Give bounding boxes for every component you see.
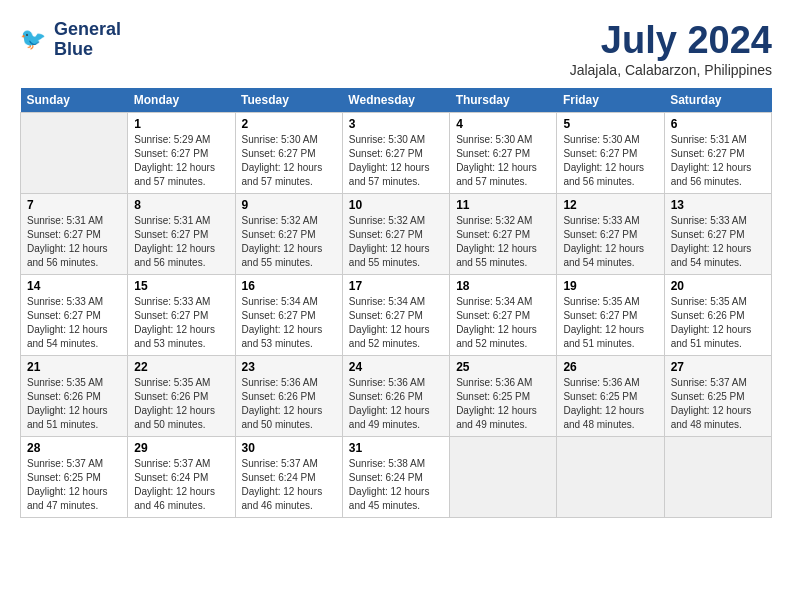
title-block: July 2024 Jalajala, Calabarzon, Philippi… [570,20,772,78]
day-info: Sunrise: 5:35 AM Sunset: 6:26 PM Dayligh… [134,376,228,432]
day-number: 24 [349,360,443,374]
calendar-cell: 10Sunrise: 5:32 AM Sunset: 6:27 PM Dayli… [342,193,449,274]
calendar-cell [450,436,557,517]
day-number: 29 [134,441,228,455]
day-info: Sunrise: 5:36 AM Sunset: 6:25 PM Dayligh… [456,376,550,432]
day-info: Sunrise: 5:37 AM Sunset: 6:25 PM Dayligh… [27,457,121,513]
month-title: July 2024 [570,20,772,62]
day-number: 17 [349,279,443,293]
day-number: 1 [134,117,228,131]
calendar-week-row: 21Sunrise: 5:35 AM Sunset: 6:26 PM Dayli… [21,355,772,436]
day-number: 21 [27,360,121,374]
calendar-cell: 30Sunrise: 5:37 AM Sunset: 6:24 PM Dayli… [235,436,342,517]
day-info: Sunrise: 5:33 AM Sunset: 6:27 PM Dayligh… [134,295,228,351]
calendar-cell: 13Sunrise: 5:33 AM Sunset: 6:27 PM Dayli… [664,193,771,274]
day-number: 27 [671,360,765,374]
weekday-header: Thursday [450,88,557,113]
logo-icon: 🐦 [20,25,50,55]
day-info: Sunrise: 5:31 AM Sunset: 6:27 PM Dayligh… [671,133,765,189]
day-number: 5 [563,117,657,131]
weekday-header: Friday [557,88,664,113]
day-number: 8 [134,198,228,212]
calendar-cell: 31Sunrise: 5:38 AM Sunset: 6:24 PM Dayli… [342,436,449,517]
day-number: 14 [27,279,121,293]
logo: 🐦 General Blue [20,20,121,60]
calendar-cell: 2Sunrise: 5:30 AM Sunset: 6:27 PM Daylig… [235,112,342,193]
weekday-header: Sunday [21,88,128,113]
weekday-header: Tuesday [235,88,342,113]
calendar-cell: 26Sunrise: 5:36 AM Sunset: 6:25 PM Dayli… [557,355,664,436]
weekday-header: Monday [128,88,235,113]
calendar-cell [557,436,664,517]
calendar-cell: 14Sunrise: 5:33 AM Sunset: 6:27 PM Dayli… [21,274,128,355]
calendar-cell: 20Sunrise: 5:35 AM Sunset: 6:26 PM Dayli… [664,274,771,355]
calendar-week-row: 7Sunrise: 5:31 AM Sunset: 6:27 PM Daylig… [21,193,772,274]
calendar-cell: 12Sunrise: 5:33 AM Sunset: 6:27 PM Dayli… [557,193,664,274]
calendar-cell: 4Sunrise: 5:30 AM Sunset: 6:27 PM Daylig… [450,112,557,193]
day-info: Sunrise: 5:31 AM Sunset: 6:27 PM Dayligh… [27,214,121,270]
weekday-header: Saturday [664,88,771,113]
calendar-cell: 24Sunrise: 5:36 AM Sunset: 6:26 PM Dayli… [342,355,449,436]
calendar-cell: 19Sunrise: 5:35 AM Sunset: 6:27 PM Dayli… [557,274,664,355]
calendar-cell [664,436,771,517]
calendar-cell: 27Sunrise: 5:37 AM Sunset: 6:25 PM Dayli… [664,355,771,436]
calendar-cell: 7Sunrise: 5:31 AM Sunset: 6:27 PM Daylig… [21,193,128,274]
calendar-cell: 3Sunrise: 5:30 AM Sunset: 6:27 PM Daylig… [342,112,449,193]
day-info: Sunrise: 5:37 AM Sunset: 6:24 PM Dayligh… [134,457,228,513]
day-number: 2 [242,117,336,131]
day-info: Sunrise: 5:30 AM Sunset: 6:27 PM Dayligh… [456,133,550,189]
day-info: Sunrise: 5:30 AM Sunset: 6:27 PM Dayligh… [242,133,336,189]
svg-text:🐦: 🐦 [20,26,47,52]
day-info: Sunrise: 5:38 AM Sunset: 6:24 PM Dayligh… [349,457,443,513]
day-info: Sunrise: 5:34 AM Sunset: 6:27 PM Dayligh… [242,295,336,351]
day-info: Sunrise: 5:32 AM Sunset: 6:27 PM Dayligh… [242,214,336,270]
day-number: 26 [563,360,657,374]
day-number: 3 [349,117,443,131]
location: Jalajala, Calabarzon, Philippines [570,62,772,78]
day-info: Sunrise: 5:30 AM Sunset: 6:27 PM Dayligh… [563,133,657,189]
day-info: Sunrise: 5:33 AM Sunset: 6:27 PM Dayligh… [563,214,657,270]
day-number: 20 [671,279,765,293]
day-info: Sunrise: 5:32 AM Sunset: 6:27 PM Dayligh… [456,214,550,270]
calendar-cell: 22Sunrise: 5:35 AM Sunset: 6:26 PM Dayli… [128,355,235,436]
weekday-header: Wednesday [342,88,449,113]
calendar-cell: 28Sunrise: 5:37 AM Sunset: 6:25 PM Dayli… [21,436,128,517]
day-info: Sunrise: 5:30 AM Sunset: 6:27 PM Dayligh… [349,133,443,189]
day-number: 28 [27,441,121,455]
day-info: Sunrise: 5:31 AM Sunset: 6:27 PM Dayligh… [134,214,228,270]
calendar-cell: 11Sunrise: 5:32 AM Sunset: 6:27 PM Dayli… [450,193,557,274]
calendar-cell: 1Sunrise: 5:29 AM Sunset: 6:27 PM Daylig… [128,112,235,193]
calendar-cell: 5Sunrise: 5:30 AM Sunset: 6:27 PM Daylig… [557,112,664,193]
day-number: 10 [349,198,443,212]
day-number: 31 [349,441,443,455]
day-info: Sunrise: 5:32 AM Sunset: 6:27 PM Dayligh… [349,214,443,270]
calendar-cell [21,112,128,193]
calendar-week-row: 1Sunrise: 5:29 AM Sunset: 6:27 PM Daylig… [21,112,772,193]
calendar-week-row: 14Sunrise: 5:33 AM Sunset: 6:27 PM Dayli… [21,274,772,355]
calendar-cell: 25Sunrise: 5:36 AM Sunset: 6:25 PM Dayli… [450,355,557,436]
calendar-cell: 29Sunrise: 5:37 AM Sunset: 6:24 PM Dayli… [128,436,235,517]
day-info: Sunrise: 5:34 AM Sunset: 6:27 PM Dayligh… [349,295,443,351]
calendar-cell: 9Sunrise: 5:32 AM Sunset: 6:27 PM Daylig… [235,193,342,274]
day-info: Sunrise: 5:36 AM Sunset: 6:25 PM Dayligh… [563,376,657,432]
day-info: Sunrise: 5:29 AM Sunset: 6:27 PM Dayligh… [134,133,228,189]
calendar-cell: 23Sunrise: 5:36 AM Sunset: 6:26 PM Dayli… [235,355,342,436]
calendar-cell: 15Sunrise: 5:33 AM Sunset: 6:27 PM Dayli… [128,274,235,355]
day-info: Sunrise: 5:36 AM Sunset: 6:26 PM Dayligh… [349,376,443,432]
day-number: 19 [563,279,657,293]
calendar-cell: 17Sunrise: 5:34 AM Sunset: 6:27 PM Dayli… [342,274,449,355]
day-number: 23 [242,360,336,374]
calendar-cell: 18Sunrise: 5:34 AM Sunset: 6:27 PM Dayli… [450,274,557,355]
calendar-week-row: 28Sunrise: 5:37 AM Sunset: 6:25 PM Dayli… [21,436,772,517]
calendar-cell: 8Sunrise: 5:31 AM Sunset: 6:27 PM Daylig… [128,193,235,274]
day-number: 12 [563,198,657,212]
day-number: 16 [242,279,336,293]
day-info: Sunrise: 5:35 AM Sunset: 6:27 PM Dayligh… [563,295,657,351]
day-number: 11 [456,198,550,212]
day-number: 25 [456,360,550,374]
day-number: 13 [671,198,765,212]
calendar-cell: 21Sunrise: 5:35 AM Sunset: 6:26 PM Dayli… [21,355,128,436]
calendar-cell: 16Sunrise: 5:34 AM Sunset: 6:27 PM Dayli… [235,274,342,355]
day-info: Sunrise: 5:37 AM Sunset: 6:25 PM Dayligh… [671,376,765,432]
day-number: 30 [242,441,336,455]
